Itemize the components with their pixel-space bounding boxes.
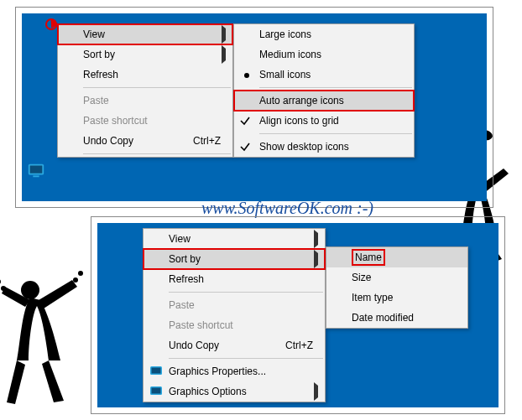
- menu-item-auto-arrange-icons[interactable]: Auto arrange icons: [234, 91, 414, 111]
- menu-label: Refresh: [169, 273, 204, 285]
- menu-item-sort-size[interactable]: Size: [326, 267, 467, 288]
- menu-label: Sort by: [169, 253, 201, 265]
- svg-point-3: [73, 277, 78, 283]
- svg-rect-13: [152, 367, 161, 373]
- radio-bullet-icon: [239, 69, 254, 80]
- submenu-view: Large icons Medium icons Small icons Aut…: [233, 23, 415, 158]
- menu-label: Paste: [83, 95, 109, 106]
- menu-label: Item type: [352, 292, 393, 303]
- menu-item-sort-by[interactable]: Sort by: [144, 249, 325, 269]
- watermark-text: www.SoftwareOK.com :-): [201, 199, 373, 218]
- desktop-top[interactable]: [Right-Click] View Sort by Refresh Paste…: [22, 13, 487, 201]
- submenu-arrow-icon: [222, 29, 226, 40]
- menu-label: View: [169, 233, 191, 245]
- menu-item-undo-copy[interactable]: Undo Copy Ctrl+Z: [144, 335, 325, 355]
- menu-label: Date modified: [352, 312, 414, 324]
- menu-label: Name: [352, 249, 385, 266]
- menu-item-view[interactable]: View: [58, 24, 232, 44]
- menu-label: Medium icons: [259, 49, 321, 60]
- intel-graphics-icon: [149, 364, 164, 380]
- decor-figure-left: [0, 268, 89, 413]
- menu-label: Paste: [169, 299, 195, 311]
- menu-separator: [83, 153, 231, 154]
- context-menu-desktop: View Sort by Refresh Paste Paste shortcu…: [57, 23, 233, 158]
- menu-label: Undo Copy: [83, 135, 133, 147]
- menu-label: Graphics Properties...: [169, 366, 266, 377]
- menu-item-view[interactable]: View: [144, 229, 325, 249]
- menu-separator: [259, 133, 412, 134]
- menu-shortcut: Ctrl+Z: [193, 135, 221, 147]
- checkmark-icon: [239, 115, 254, 127]
- menu-item-align-icons-to-grid[interactable]: Align icons to grid: [234, 111, 414, 131]
- menu-separator: [169, 292, 323, 293]
- svg-rect-10: [30, 166, 43, 174]
- menu-separator: [259, 87, 412, 88]
- menu-separator: [169, 358, 323, 359]
- menu-item-sort-item-type[interactable]: Item type: [326, 288, 467, 308]
- svg-point-2: [0, 279, 1, 284]
- svg-point-0: [21, 281, 39, 299]
- svg-rect-11: [33, 175, 39, 177]
- submenu-sort-by: Name Size Item type Date modified: [326, 246, 468, 329]
- menu-item-graphics-options[interactable]: Graphics Options: [144, 381, 325, 402]
- menu-item-refresh[interactable]: Refresh: [58, 65, 232, 85]
- submenu-arrow-icon: [314, 253, 318, 265]
- submenu-arrow-icon: [314, 233, 318, 245]
- menu-item-sort-by[interactable]: Sort by: [58, 44, 232, 65]
- menu-label: Large icons: [259, 29, 311, 40]
- svg-rect-15: [152, 387, 161, 393]
- menu-separator: [83, 87, 231, 88]
- menu-label: Sort by: [83, 49, 115, 60]
- context-menu-desktop-2: View Sort by Refresh Paste Paste shortcu…: [143, 228, 326, 402]
- intel-graphics-icon: [149, 384, 164, 400]
- menu-item-medium-icons[interactable]: Medium icons: [234, 44, 414, 65]
- menu-label: Show desktop icons: [259, 141, 349, 153]
- menu-item-sort-name[interactable]: Name: [326, 247, 467, 267]
- menu-label: Small icons: [259, 69, 311, 80]
- menu-item-paste: Paste: [144, 295, 325, 315]
- menu-label: Undo Copy: [169, 340, 219, 351]
- menu-item-refresh[interactable]: Refresh: [144, 269, 325, 289]
- svg-point-4: [78, 271, 83, 276]
- menu-item-show-desktop-icons[interactable]: Show desktop icons: [234, 137, 414, 157]
- menu-item-paste-shortcut: Paste shortcut: [144, 315, 325, 335]
- menu-label: Refresh: [83, 69, 118, 80]
- menu-label: Size: [352, 272, 371, 283]
- checkmark-icon: [239, 141, 254, 153]
- submenu-arrow-icon: [314, 386, 318, 397]
- menu-label: Paste shortcut: [83, 115, 148, 127]
- menu-label: Paste shortcut: [169, 319, 233, 331]
- menu-label: View: [83, 29, 105, 40]
- menu-item-large-icons[interactable]: Large icons: [234, 24, 414, 44]
- menu-item-undo-copy[interactable]: Undo Copy Ctrl+Z: [58, 131, 232, 151]
- menu-label: Align icons to grid: [259, 115, 339, 127]
- desktop-shortcut-icon[interactable]: [27, 161, 45, 179]
- svg-point-1: [1, 286, 6, 291]
- menu-item-sort-date-modified[interactable]: Date modified: [326, 308, 467, 328]
- menu-label: Graphics Options: [169, 386, 247, 397]
- submenu-arrow-icon: [222, 49, 226, 60]
- menu-item-graphics-properties[interactable]: Graphics Properties...: [144, 361, 325, 381]
- menu-label: Auto arrange icons: [259, 95, 344, 106]
- menu-shortcut: Ctrl+Z: [285, 340, 313, 351]
- menu-item-paste: Paste: [58, 91, 232, 111]
- menu-item-paste-shortcut: Paste shortcut: [58, 111, 232, 131]
- desktop-bottom[interactable]: View Sort by Refresh Paste Paste shortcu…: [97, 223, 499, 407]
- menu-item-small-icons[interactable]: Small icons: [234, 65, 414, 85]
